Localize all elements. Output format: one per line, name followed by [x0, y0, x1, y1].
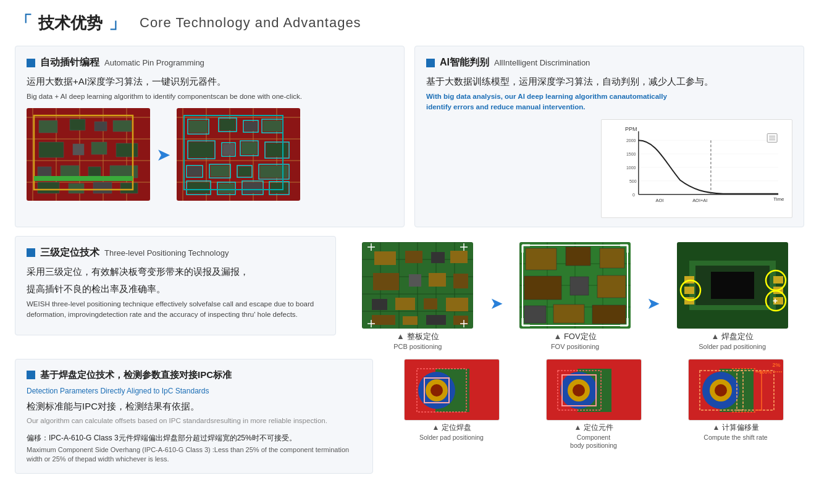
svg-text:Time: Time — [773, 196, 784, 201]
auto-pin-title-zh: 自动插针编程 — [40, 56, 99, 69]
pos-step-pcb: 整板定位 PCB positioning — [346, 242, 490, 350]
ppm-chart-svg: PPM 2000 1500 1000 500 0 — [625, 125, 784, 205]
pct-label-100: 100% — [759, 369, 781, 375]
pos-desc-zh2: 提高插针不良的检出率及准确率。 — [27, 282, 324, 296]
header-title-en: Core Technology and Advantages — [140, 15, 361, 31]
svg-text:PPM: PPM — [625, 126, 637, 132]
pct-label-2: 2% — [772, 362, 780, 368]
svg-text:1000: 1000 — [626, 165, 636, 169]
blue-square-icon — [27, 59, 35, 67]
ipc-desc-zh: 检测标准能与IPC对接，检测结果有依据。 — [27, 400, 361, 414]
ai-title: AI智能判别 AllIntelligent Discrimination — [426, 56, 792, 69]
pcb-images-row: ➤ — [27, 108, 393, 201]
pos-label-solder-en: Solder pad positioning — [699, 343, 766, 350]
pos-label-fov-en: FOV positioning — [551, 343, 599, 350]
row3: 基于焊盘定位技术，检测参数直接对接IPC标准 Detection Paramet… — [15, 359, 804, 474]
row1: 自动插针编程 Automatic Pin Programming 运用大数据+A… — [15, 46, 804, 227]
ipc-label-component-zh: 定位元件 — [574, 422, 613, 433]
auto-pin-title-en: Automatic Pin Programming — [104, 58, 204, 67]
ipc-label-shift-zh: 计算偏移量 — [712, 422, 758, 433]
row2: 三级定位技术 Three-level Positioning Technolog… — [15, 236, 804, 350]
pos-title-en: Three-level Positioning Technology — [104, 248, 229, 258]
bracket-close: 」 — [109, 11, 126, 35]
pos-img-pcb — [362, 242, 473, 329]
ipc-step-component: 定位元件 Component body positioning — [525, 359, 662, 450]
ai-title-zh: AI智能判别 — [440, 56, 489, 69]
pos-step-solder: 焊盘定位 Solder pad positioning — [660, 242, 804, 350]
section-positioning: 三级定位技术 Three-level Positioning Technolog… — [15, 236, 336, 336]
pos-img-fov — [519, 242, 631, 329]
section-auto-pin: 自动插针编程 Automatic Pin Programming 运用大数据+A… — [15, 46, 405, 227]
pos-step-fov: FOV定位 FOV positioning — [503, 242, 647, 350]
section-ai: AI智能判别 AllIntelligent Discrimination 基于大… — [414, 46, 804, 227]
svg-text:0: 0 — [632, 192, 635, 196]
blue-square-icon2 — [426, 59, 435, 67]
svg-text:2000: 2000 — [626, 138, 636, 143]
ai-title-en: AllIntelligent Discrimination — [494, 58, 590, 67]
pos-label-solder-zh: 焊盘定位 — [711, 331, 753, 342]
pos-arrow1: ➤ — [490, 294, 503, 350]
svg-text:500: 500 — [629, 178, 637, 183]
ipc-label-solder-zh: 定位焊盘 — [432, 422, 471, 433]
ipc-img-component — [546, 359, 642, 421]
blue-square-icon4 — [27, 371, 35, 379]
auto-pin-title: 自动插针编程 Automatic Pin Programming — [27, 56, 393, 69]
pos-label-pcb-en: PCB positioning — [393, 343, 442, 350]
pos-title-zh: 三级定位技术 — [40, 246, 99, 259]
svg-text:AOI+AI: AOI+AI — [692, 197, 707, 203]
pos-desc-zh1: 采用三级定位，有效解决板弯变形带来的误报及漏报， — [27, 264, 324, 279]
ipc-title-zh: 基于焊盘定位技术，检测参数直接对接IPC标准 — [40, 369, 232, 381]
svg-text:AOI: AOI — [656, 197, 664, 203]
ipc-bias-en: Maximum Component Side Overhang (IPC-A-6… — [27, 445, 361, 464]
pos-desc-en: WEISH three-level positioning technique … — [27, 299, 324, 321]
ipc-img-shift: 2% 100% — [688, 359, 784, 421]
ipc-desc-en: Our algorithm can calculate offsets base… — [27, 416, 361, 426]
ipc-label-solder-en: Solder pad positioning — [419, 434, 484, 442]
header-title-zh: 技术优势 — [38, 12, 103, 34]
ipc-bias-zh: 偏移：IPC-A-610-G Class 3元件焊端偏出焊盘部分超过焊端宽的25… — [27, 432, 361, 443]
section-ipc: 基于焊盘定位技术，检测参数直接对接IPC标准 Detection Paramet… — [15, 359, 373, 474]
ai-desc-zh: 基于大数据训练模型，运用深度学习算法，自动判别，减少人工参与。 — [426, 74, 792, 89]
ipc-step-solder: 定位焊盘 Solder pad positioning — [383, 359, 520, 442]
pcb-image-after — [177, 108, 300, 201]
pcb-image-before — [27, 108, 150, 201]
svg-text:1500: 1500 — [626, 152, 636, 156]
auto-pin-desc-zh: 运用大数据+AI深度学习算法，一键识别元器件。 — [27, 74, 393, 89]
ipc-label-shift-en: Compute the shift rate — [704, 434, 767, 442]
auto-pin-desc-en: Big data + AI deep learning algorithm to… — [27, 91, 393, 102]
ipc-steps: 定位焊盘 Solder pad positioning 定位元件 Compone… — [383, 359, 804, 450]
ipc-step-shift: 2% 100% 计算偏移量 Compute the shift rate — [667, 359, 804, 442]
ipc-title-en: Detection Parameters Directly Aligned to… — [27, 386, 361, 397]
pos-arrow2: ➤ — [647, 294, 660, 350]
bracket-open: 「 — [15, 11, 32, 35]
pos-title: 三级定位技术 Three-level Positioning Technolog… — [27, 246, 324, 259]
pos-img-solder — [677, 242, 788, 329]
positioning-steps: 整板定位 PCB positioning ➤ FOV定位 FOV positio… — [346, 236, 804, 350]
blue-square-icon3 — [27, 248, 35, 257]
ipc-img-solder — [404, 359, 500, 421]
pos-label-fov-zh: FOV定位 — [553, 331, 596, 342]
pcb-arrow: ➤ — [156, 145, 170, 165]
ai-desc-en: With big data analysis, our AI deep lear… — [426, 91, 686, 113]
ipc-title: 基于焊盘定位技术，检测参数直接对接IPC标准 — [27, 369, 361, 381]
pos-label-pcb-zh: 整板定位 — [397, 331, 439, 342]
page-header: 「 技术优势 」 Core Technology and Advantages — [15, 11, 804, 35]
ipc-label-component-en: Component body positioning — [570, 434, 617, 450]
ai-chart: PPM 2000 1500 1000 500 0 — [601, 119, 792, 218]
